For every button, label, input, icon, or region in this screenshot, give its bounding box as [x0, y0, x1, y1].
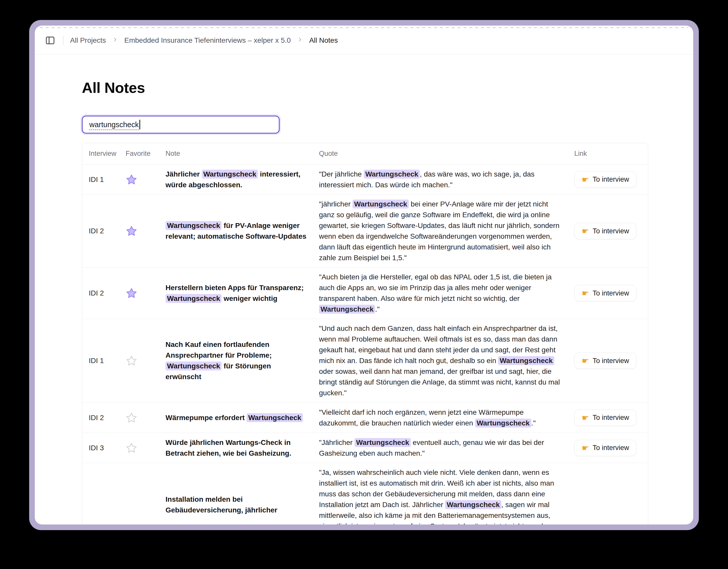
desktop-background: All Projects Embedded Insurance Tiefenin… — [0, 0, 728, 569]
column-header-favorite: Favorite — [120, 150, 164, 158]
pointing-hand-icon: ☛ — [582, 444, 589, 452]
to-interview-button-label: To interview — [593, 227, 629, 235]
page-title: All Notes — [82, 79, 648, 96]
favorite-star-icon[interactable] — [126, 287, 137, 299]
breadcrumb-item-current: All Notes — [309, 36, 338, 45]
chevron-right-icon — [112, 36, 118, 45]
table-row: IDI 3 Würde jährlichen Wartungs-Check in… — [82, 433, 648, 463]
to-interview-button[interactable]: ☛ To interview — [574, 440, 636, 456]
note-cell: Würde jährlichen Wartungs-Check in Betra… — [164, 437, 315, 459]
note-cell: Wartungscheck für PV-Anlage weniger rele… — [164, 220, 315, 242]
table-body: IDI 1 Jährlicher Wartungscheck interessi… — [82, 164, 648, 524]
pointing-hand-icon: ☛ — [582, 414, 589, 422]
to-interview-button[interactable]: ☛ To interview — [574, 285, 636, 301]
pointing-hand-icon: ☛ — [582, 227, 589, 235]
header-divider — [63, 36, 63, 45]
to-interview-button-label: To interview — [593, 357, 629, 365]
pointing-hand-icon: ☛ — [582, 357, 589, 365]
dashed-top-border — [40, 27, 688, 28]
quote-cell: "Vielleicht darf ich noch ergänzen, wenn… — [315, 407, 571, 429]
to-interview-button[interactable]: ☛ To interview — [574, 171, 636, 188]
note-cell: Installation melden bei Gebäudeversicher… — [164, 494, 315, 516]
table-row: IDI 1 Jährlicher Wartungscheck interessi… — [82, 164, 648, 194]
quote-cell: "Ja, wissen wahrscheinlich auch viele ni… — [315, 467, 571, 524]
note-cell: Wärmepumpe erfordert Wartungscheck — [164, 412, 315, 423]
note-cell: Nach Kauf einen fortlaufenden Ansprechpa… — [164, 339, 315, 382]
quote-cell: "Jährlicher Wartungscheck eventuell auch… — [315, 437, 571, 459]
quote-cell: "Auch bieten ja die Hersteller, egal ob … — [315, 272, 571, 315]
table-row: IDI 2 Herstellern bieten Apps für Transp… — [82, 267, 648, 319]
interview-label: IDI 1 — [89, 357, 104, 365]
favorite-star-icon[interactable] — [126, 355, 137, 367]
favorite-star-icon[interactable] — [126, 174, 137, 185]
breadcrumb: All Projects Embedded Insurance Tiefenin… — [70, 36, 338, 45]
sidebar-toggle-button[interactable] — [44, 34, 56, 47]
note-cell: Jährlicher Wartungscheck interessiert, w… — [164, 169, 315, 190]
column-header-quote: Quote — [315, 150, 571, 158]
pointing-hand-icon: ☛ — [582, 176, 589, 184]
text-caret — [139, 120, 140, 129]
to-interview-button-label: To interview — [593, 414, 629, 422]
interview-label: IDI 1 — [89, 176, 104, 184]
search-input-value: wartungscheck — [89, 121, 139, 129]
table-row: IDI 2 Wärmepumpe erfordert Wartungscheck… — [82, 402, 648, 433]
column-header-note: Note — [164, 150, 315, 158]
table-header-row: Interview Favorite Note Quote Link — [82, 143, 648, 164]
notes-table: Interview Favorite Note Quote Link IDI 1… — [82, 143, 648, 524]
quote-cell: "jährlicher Wartungscheck bei einer PV-A… — [315, 199, 571, 263]
interview-label: IDI 2 — [89, 227, 104, 235]
favorite-star-icon[interactable] — [126, 412, 137, 424]
table-row: Installation melden bei Gebäudeversicher… — [82, 463, 648, 524]
to-interview-button-label: To interview — [593, 444, 629, 452]
to-interview-button[interactable]: ☛ To interview — [574, 223, 636, 239]
table-row: IDI 2 Wartungscheck für PV-Anlage wenige… — [82, 194, 648, 267]
table-row: IDI 1 Nach Kauf einen fortlaufenden Ansp… — [82, 319, 648, 402]
to-interview-button-label: To interview — [593, 176, 629, 183]
breadcrumb-item-project[interactable]: Embedded Insurance Tiefeninterviews – xe… — [124, 36, 291, 45]
column-header-link: Link — [571, 150, 648, 158]
app-window-content: All Projects Embedded Insurance Tiefenin… — [35, 26, 693, 524]
chevron-right-icon — [297, 36, 303, 45]
breadcrumb-item-all-projects[interactable]: All Projects — [70, 36, 106, 45]
to-interview-button[interactable]: ☛ To interview — [574, 353, 636, 369]
interview-label: IDI 3 — [89, 444, 104, 452]
to-interview-button[interactable]: ☛ To interview — [574, 410, 636, 426]
quote-cell: "Und auch nach dem Ganzen, dass halt ein… — [315, 323, 571, 398]
interview-label: IDI 2 — [89, 414, 104, 422]
app-window: All Projects Embedded Insurance Tiefenin… — [29, 20, 699, 530]
header-bar: All Projects Embedded Insurance Tiefenin… — [35, 26, 693, 54]
note-cell: Herstellern bieten Apps für Transparenz;… — [164, 282, 315, 304]
main-content: All Notes wartungscheck Interview Favori… — [35, 54, 693, 524]
to-interview-button-label: To interview — [593, 289, 629, 297]
quote-cell: "Der jährliche Wartungscheck, das wäre w… — [315, 169, 571, 190]
panel-left-icon — [45, 35, 55, 46]
favorite-star-icon[interactable] — [126, 225, 137, 237]
search-input[interactable]: wartungscheck — [82, 116, 280, 134]
column-header-interview: Interview — [82, 150, 120, 158]
favorite-star-icon[interactable] — [126, 442, 137, 454]
pointing-hand-icon: ☛ — [582, 289, 589, 297]
interview-label: IDI 2 — [89, 289, 104, 297]
